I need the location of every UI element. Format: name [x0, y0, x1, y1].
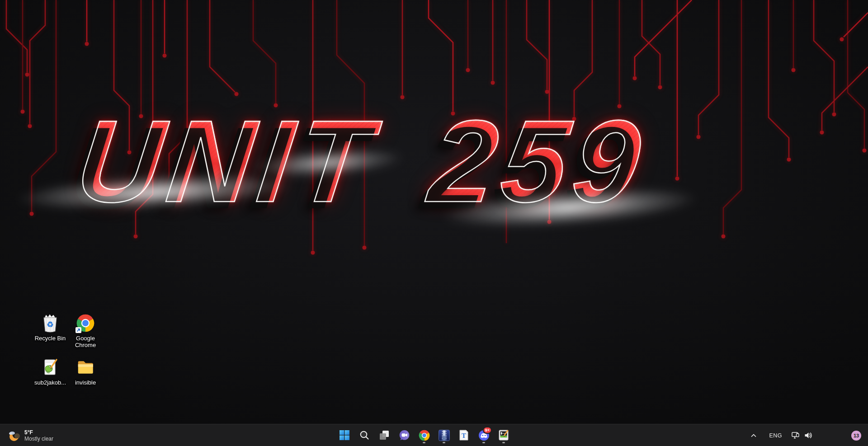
desktop-wallpaper: UNIT 259 ♻ Recycle Bin	[0, 0, 868, 424]
video-chat-app-button[interactable]	[395, 426, 413, 444]
desktop-icon-label: Recycle Bin	[35, 335, 66, 342]
task-view-icon	[378, 429, 390, 441]
running-indicator	[482, 442, 485, 443]
desktop-icon-grid: ♻ Recycle Bin	[33, 313, 103, 401]
video-chat-icon	[398, 429, 410, 441]
windows-logo-icon	[339, 430, 350, 441]
weather-condition: Mostly clear	[24, 436, 53, 442]
running-indicator	[443, 442, 445, 443]
tray-chevron-button[interactable]	[747, 427, 760, 445]
desktop-icon-invisible-folder[interactable]: invisible	[68, 357, 103, 401]
svg-text:♻: ♻	[47, 320, 53, 329]
search-button[interactable]	[355, 426, 373, 444]
weather-temperature: 5°F	[24, 429, 53, 436]
taskbar-app-icons: T 9+	[335, 426, 513, 444]
svg-text:T: T	[462, 432, 466, 439]
language-indicator[interactable]: ENG	[766, 427, 785, 445]
system-tray: ENG 13	[747, 424, 868, 446]
discord-notification-badge: 9+	[483, 427, 492, 434]
ethernet-network-icon	[791, 431, 800, 440]
moon-clouds-icon	[7, 429, 21, 442]
desktop-icon-sub2jakob-file[interactable]: sub2jakob...	[33, 357, 68, 401]
image-editor-button[interactable]	[495, 426, 513, 444]
notepad-document-icon	[40, 357, 60, 377]
search-icon	[359, 430, 370, 441]
discord-button[interactable]: 9+	[475, 426, 493, 444]
start-button[interactable]	[335, 426, 354, 444]
running-indicator	[502, 442, 505, 443]
text-document-app-button[interactable]: T	[455, 426, 473, 444]
desktop-icon-label: invisible	[75, 379, 96, 386]
shortcut-arrow-icon	[75, 327, 81, 333]
desktop-icon-label: sub2jakob...	[34, 379, 66, 386]
chevron-up-icon	[750, 432, 757, 439]
network-volume-group[interactable]	[788, 427, 816, 445]
text-document-icon: T	[458, 429, 470, 441]
taskbar-weather-widget[interactable]: 5°F Mostly clear	[3, 424, 58, 446]
video-editor-button[interactable]	[435, 426, 453, 444]
recycle-bin-icon: ♻	[40, 313, 60, 333]
image-editor-icon	[498, 429, 509, 441]
desktop-icon-label: Google Chrome	[69, 335, 102, 348]
task-view-button[interactable]	[375, 426, 393, 444]
chrome-icon	[418, 429, 430, 441]
volume-icon	[804, 431, 812, 440]
screen: UNIT 259 ♻ Recycle Bin	[0, 0, 868, 446]
notification-count-badge: 13	[851, 431, 861, 441]
folder-icon	[75, 357, 95, 377]
desktop-icon-google-chrome[interactable]: Google Chrome	[68, 313, 103, 357]
running-indicator	[423, 442, 425, 443]
desktop-icon-recycle-bin[interactable]: ♻ Recycle Bin	[33, 313, 68, 357]
chrome-taskbar-button[interactable]	[415, 426, 433, 444]
taskbar: 5°F Mostly clear	[0, 424, 868, 446]
language-label: ENG	[769, 432, 782, 439]
film-strip-icon	[438, 429, 450, 441]
notification-center-button[interactable]: 13	[848, 427, 864, 445]
